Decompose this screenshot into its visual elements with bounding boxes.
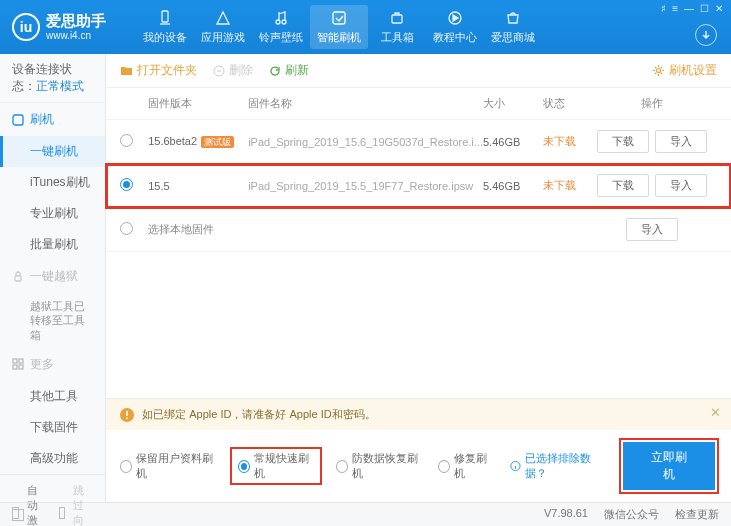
toolbar: 打开文件夹 删除 刷新 刷机设置 [106,54,731,88]
download-center-icon[interactable] [695,24,717,46]
opt-anti-recovery[interactable]: 防数据恢复刷机 [336,451,422,481]
nav-tutorials[interactable]: 教程中心 [426,5,484,49]
skip-guide-checkbox[interactable] [59,507,66,519]
download-button[interactable]: 下载 [597,130,649,153]
row-radio[interactable] [120,178,133,191]
sidebar-item-advanced[interactable]: 高级功能 [0,443,105,474]
nav-apps[interactable]: 应用游戏 [194,5,252,49]
app-header: iu 爱思助手 www.i4.cn 我的设备 应用游戏 铃声壁纸 智能刷机 工具… [0,0,731,54]
flash-now-button[interactable]: 立即刷机 [623,442,715,490]
nav-ringtones[interactable]: 铃声壁纸 [252,5,310,49]
close-warning-icon[interactable]: ✕ [710,405,721,420]
svg-rect-11 [19,365,23,369]
svg-point-2 [282,20,286,24]
table-header: 固件版本 固件名称 大小 状态 操作 [106,88,731,120]
firmware-row-selected[interactable]: 15.5 iPad_Spring_2019_15.5_19F77_Restore… [106,164,731,208]
svg-rect-17 [126,417,128,419]
brand-url: www.i4.cn [46,30,106,41]
import-button[interactable]: 导入 [655,174,707,197]
window-controls: ♯ ≡ — ☐ ✕ [661,3,723,14]
svg-rect-8 [13,359,17,363]
flash-options: 保留用户资料刷机 常规快速刷机 防数据恢复刷机 修复刷机 已选择排除数据？ 立即… [106,430,731,502]
warning-banner: 如已绑定 Apple ID，请准备好 Apple ID和密码。 ✕ [106,399,731,430]
svg-rect-7 [15,276,21,281]
svg-point-14 [657,69,661,73]
svg-rect-3 [333,12,345,24]
top-nav: 我的设备 应用游戏 铃声壁纸 智能刷机 工具箱 教程中心 爱思商城 [136,5,542,49]
sidebar-item-itunes[interactable]: iTunes刷机 [0,167,105,198]
sidebar-group-flash[interactable]: 刷机 [0,103,105,136]
delete-button[interactable]: 删除 [213,62,253,79]
block-itunes-checkbox[interactable] [12,509,24,521]
refresh-button[interactable]: 刷新 [269,62,309,79]
sidebar-item-downloadfw[interactable]: 下载固件 [0,412,105,443]
sidebar-item-other[interactable]: 其他工具 [0,381,105,412]
nav-my-device[interactable]: 我的设备 [136,5,194,49]
warning-icon [120,408,134,422]
import-button[interactable]: 导入 [655,130,707,153]
brand-name: 爱思助手 [46,13,106,30]
opt-keep-data[interactable]: 保留用户资料刷机 [120,451,216,481]
nav-flash[interactable]: 智能刷机 [310,5,368,49]
row-radio[interactable] [120,222,133,235]
svg-point-1 [276,20,280,24]
opt-repair[interactable]: 修复刷机 [438,451,494,481]
status-bar: V7.98.61 微信公众号 检查更新 [0,502,731,526]
tshirt-icon[interactable]: ≡ [672,3,678,14]
maximize-icon[interactable]: ☐ [700,3,709,14]
row-radio[interactable] [120,134,133,147]
jailbreak-note: 越狱工具已转移至工具箱 [0,293,105,348]
sidebar-group-more[interactable]: 更多 [0,348,105,381]
sidebar: 设备连接状态：正常模式 刷机 一键刷机 iTunes刷机 专业刷机 批量刷机 一… [0,54,106,502]
nav-store[interactable]: 爱思商城 [484,5,542,49]
sidebar-item-pro[interactable]: 专业刷机 [0,198,105,229]
minimize-icon[interactable]: — [684,3,694,14]
wechat-link[interactable]: 微信公众号 [604,507,659,522]
version-label: V7.98.61 [544,507,588,522]
beta-badge: 测试版 [201,136,234,148]
flash-settings-button[interactable]: 刷机设置 [652,62,717,79]
exclude-data-link[interactable]: 已选择排除数据？ [510,451,605,481]
firmware-row[interactable]: 15.6beta2测试版 iPad_Spring_2019_15.6_19G50… [106,120,731,164]
flash-now-wrap: 立即刷机 [621,440,717,492]
device-status: 设备连接状态：正常模式 [0,54,105,103]
svg-rect-4 [392,15,402,23]
bottom-panel: 如已绑定 Apple ID，请准备好 Apple ID和密码。 ✕ 保留用户资料… [106,398,731,502]
opt-normal-fast[interactable]: 常规快速刷机 [232,449,320,483]
svg-rect-10 [13,365,17,369]
sidebar-group-jailbreak[interactable]: 一键越狱 [0,260,105,293]
download-button[interactable]: 下载 [597,174,649,197]
local-firmware-row[interactable]: 选择本地固件 导入 [106,208,731,252]
logo-wrap: iu 爱思助手 www.i4.cn [12,13,106,41]
svg-rect-16 [126,411,128,416]
check-update-link[interactable]: 检查更新 [675,507,719,522]
open-folder-button[interactable]: 打开文件夹 [120,62,197,79]
menu-icon[interactable]: ♯ [661,3,666,14]
svg-rect-6 [13,115,23,125]
import-button[interactable]: 导入 [626,218,678,241]
svg-rect-0 [162,11,168,22]
close-icon[interactable]: ✕ [715,3,723,14]
main-panel: 打开文件夹 删除 刷新 刷机设置 固件版本 固件名称 大小 状态 操作 15.6… [106,54,731,502]
sidebar-item-oneclick[interactable]: 一键刷机 [0,136,105,167]
sidebar-item-batch[interactable]: 批量刷机 [0,229,105,260]
nav-tools[interactable]: 工具箱 [368,5,426,49]
logo-icon: iu [12,13,40,41]
svg-rect-9 [19,359,23,363]
